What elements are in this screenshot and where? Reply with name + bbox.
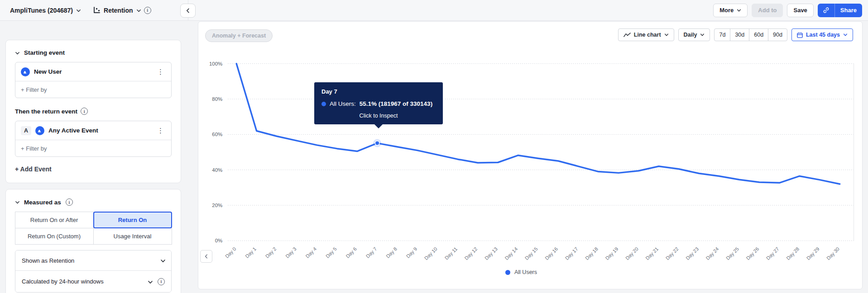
chevron-down-icon xyxy=(148,279,152,284)
info-icon[interactable]: i xyxy=(81,108,88,115)
header-left: AmpliTunes (204687) Retention i xyxy=(0,0,151,20)
x-tick-label: Day 28 xyxy=(785,246,800,261)
starting-event-selector[interactable]: New User ⋮ xyxy=(15,62,171,81)
y-tick-label: 20% xyxy=(212,203,222,208)
option-usage-interval[interactable]: Usage Interval xyxy=(93,228,172,245)
chart-tooltip: Day 7 All Users: 55.1% (181967 of 330143… xyxy=(314,82,443,124)
x-tick-label: Day 8 xyxy=(385,246,398,259)
x-tick-label: Day 15 xyxy=(524,246,539,261)
chart-panel: Anomaly + Forecast Line chart Daily 7d 3… xyxy=(198,21,863,289)
x-tick-label: Day 2 xyxy=(264,246,278,259)
starting-event-filter-by[interactable]: + Filter by xyxy=(15,81,171,98)
return-event-filter-by[interactable]: + Filter by xyxy=(15,140,171,156)
x-tick-label: Day 22 xyxy=(665,246,680,261)
chart-type-name: Retention xyxy=(104,7,133,14)
option-return-on-or-after[interactable]: Return On or After xyxy=(15,212,94,228)
option-return-on-custom[interactable]: Return On (Custom) xyxy=(15,228,94,245)
x-tick-label: Day 16 xyxy=(544,246,559,261)
chart-type-selector[interactable]: Retention i xyxy=(92,6,151,14)
measured-as-panel: Measured as i Return On or After Return … xyxy=(5,189,181,293)
x-tick-label: Day 9 xyxy=(405,246,418,259)
x-tick-label: Day 24 xyxy=(705,246,720,261)
amplitude-event-icon xyxy=(35,126,44,135)
save-button[interactable]: Save xyxy=(787,4,813,17)
info-icon[interactable]: i xyxy=(158,278,165,285)
measured-as-options: Return On or After Return On Return On (… xyxy=(15,212,172,244)
chart-legend: All Users xyxy=(198,269,844,275)
starting-event-title: Starting event xyxy=(24,49,65,56)
x-tick-label: Day 13 xyxy=(484,246,499,261)
chevron-down-icon xyxy=(160,258,165,263)
x-tick-label: Day 4 xyxy=(305,246,318,259)
retention-chart-icon xyxy=(92,6,101,14)
calculated-by-dropdown[interactable]: Calculated by 24-hour windows i xyxy=(15,270,171,292)
tooltip-value: 55.1% (181967 of 330143) xyxy=(360,100,432,107)
tooltip-action[interactable]: Click to Inspect xyxy=(321,113,436,119)
x-tick-label: Day 1 xyxy=(244,246,257,259)
x-tick-label: Day 3 xyxy=(284,246,297,259)
header-actions: More Add to Save Share xyxy=(713,4,868,17)
legend-series-label: All Users xyxy=(514,269,537,275)
x-tick-label: Day 0 xyxy=(224,246,237,259)
shown-as-value: Shown as Retention xyxy=(22,257,155,264)
option-return-on[interactable]: Return On xyxy=(93,212,172,228)
starting-event-card: New User ⋮ + Filter by xyxy=(15,62,172,98)
add-event-button[interactable]: + Add Event xyxy=(15,165,52,173)
query-sidebar: Starting event New User ⋮ + Filter by Th… xyxy=(0,21,190,293)
y-tick-label: 0% xyxy=(215,238,223,243)
retention-line-chart[interactable]: 0%20%40%60%80%100%Day 0Day 1Day 2Day 3Da… xyxy=(198,22,862,289)
y-tick-label: 80% xyxy=(212,96,222,102)
x-tick-label: Day 6 xyxy=(345,246,358,259)
x-tick-label: Day 27 xyxy=(765,246,780,261)
copy-link-button[interactable] xyxy=(818,4,835,17)
tooltip-series: All Users: xyxy=(330,100,356,107)
series-letter-badge: A xyxy=(21,126,31,135)
project-selector[interactable]: AmpliTunes (204687) xyxy=(10,7,81,14)
collapse-section-icon[interactable] xyxy=(15,200,19,204)
x-tick-label: Day 11 xyxy=(444,246,458,260)
x-tick-label: Day 26 xyxy=(745,246,760,261)
return-event-name: Any Active Event xyxy=(48,127,151,134)
y-tick-label: 60% xyxy=(212,132,222,137)
more-button[interactable]: More xyxy=(713,4,748,17)
x-tick-label: Day 30 xyxy=(825,246,840,261)
x-tick-label: Day 5 xyxy=(325,246,338,259)
events-panel: Starting event New User ⋮ + Filter by Th… xyxy=(5,40,181,183)
top-header-bar: AmpliTunes (204687) Retention i xyxy=(0,0,868,21)
hovered-data-point xyxy=(375,141,379,146)
info-icon[interactable]: i xyxy=(66,198,73,206)
x-tick-label: Day 29 xyxy=(806,246,820,261)
add-to-button[interactable]: Add to xyxy=(752,4,783,17)
x-tick-label: Day 20 xyxy=(624,246,639,261)
share-button[interactable]: Share xyxy=(835,4,862,17)
shown-as-dropdown[interactable]: Shown as Retention xyxy=(15,250,171,270)
collapse-section-icon[interactable] xyxy=(15,51,19,55)
info-icon[interactable]: i xyxy=(144,7,151,14)
kebab-menu-icon[interactable]: ⋮ xyxy=(155,126,166,135)
measured-as-title: Measured as xyxy=(24,199,61,206)
legend-series-dot[interactable] xyxy=(505,270,510,275)
x-tick-label: Day 12 xyxy=(464,246,479,261)
tooltip-day: Day 7 xyxy=(321,88,436,95)
chevron-down-icon xyxy=(136,8,141,13)
y-tick-label: 40% xyxy=(212,167,222,173)
x-tick-label: Day 14 xyxy=(504,246,518,261)
return-event-title: Then the return event xyxy=(15,108,77,115)
return-event-selector[interactable]: A Any Active Event ⋮ xyxy=(15,121,171,140)
series-color-dot xyxy=(321,102,326,106)
collapse-sidebar-button[interactable] xyxy=(180,4,196,18)
collapse-chart-left-button[interactable] xyxy=(200,250,212,263)
x-tick-label: Day 19 xyxy=(604,246,619,261)
chevron-down-icon xyxy=(737,8,741,13)
x-tick-label: Day 18 xyxy=(584,246,599,261)
return-event-card: A Any Active Event ⋮ + Filter by xyxy=(15,121,172,157)
share-split-button: Share xyxy=(818,4,862,17)
chevron-down-icon xyxy=(76,8,81,13)
more-label: More xyxy=(719,7,734,14)
kebab-menu-icon[interactable]: ⋮ xyxy=(155,67,166,76)
x-tick-label: Day 10 xyxy=(423,246,438,261)
project-name: AmpliTunes (204687) xyxy=(10,7,73,14)
settings-dropdowns: Shown as Retention Calculated by 24-hour… xyxy=(15,250,172,293)
y-tick-label: 100% xyxy=(209,61,222,66)
calculated-by-value: Calculated by 24-hour windows xyxy=(22,278,142,285)
